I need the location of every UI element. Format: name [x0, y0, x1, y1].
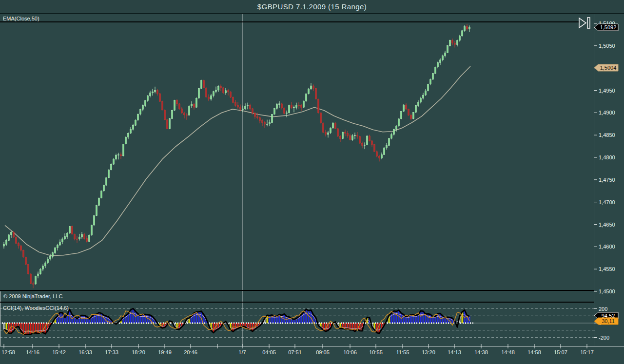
time-axis-label: 14:13: [448, 349, 461, 355]
time-axis-label: 04:05: [262, 349, 276, 355]
price-axis-label: 1,4500: [599, 288, 615, 294]
price-axis-label: 1,4800: [599, 154, 615, 160]
copyright-label: © 2009 NinjaTrader, LLC: [3, 293, 62, 299]
price-axis-label: 1,4650: [599, 222, 615, 228]
price-axis-label: 1,4750: [599, 177, 615, 183]
time-axis-label: 19:49: [158, 349, 172, 355]
chart-canvas[interactable]: 1,51001,50501,50001,49501,49001,48501,48…: [0, 0, 624, 364]
price-axis-label: 1,4850: [599, 132, 615, 138]
candlestick-series: [3, 24, 470, 288]
chart-title: $GBPUSD 7.1.2009 (15 Range): [0, 0, 624, 13]
time-axis-label: 07:51: [288, 349, 302, 355]
time-axis-label: 13:20: [422, 349, 435, 355]
time-axis-label: 11:55: [396, 349, 410, 355]
ema-value-badge: 1,5004: [594, 64, 618, 71]
time-axis-label: 15:42: [52, 349, 66, 355]
panel-dividers: [0, 22, 594, 302]
last-price-badge-text: 1,5092: [600, 24, 617, 30]
ema-line: [5, 66, 470, 256]
cci-axis-label: -200: [599, 335, 609, 341]
last-price-badge: 1,5092: [594, 24, 618, 31]
time-axis-label: 12:58: [1, 349, 15, 355]
price-axis-label: 1,4600: [599, 244, 615, 249]
ema-indicator-label: EMA(Close,50): [3, 16, 39, 21]
time-axis-label: 10:06: [343, 349, 357, 355]
ninjatrader-chart-window: { "title_bar": { "title": "$GBPUSD 7.1.2…: [0, 0, 624, 364]
time-axis-label: 14:48: [501, 349, 515, 355]
time-axis-label: 15:17: [580, 349, 594, 355]
price-axis-label: 1,5050: [599, 43, 615, 49]
cci-indicator-label: CCI(14), WoodiesCCI(14,6): [3, 305, 69, 311]
price-axis-label: 1,4900: [599, 110, 615, 115]
time-axis-label: 1/7: [238, 349, 246, 355]
time-axis[interactable]: 12:5814:1615:4216:3317:3318:2019:4920:46…: [0, 344, 624, 355]
time-axis-label: 16:33: [78, 349, 92, 355]
time-axis-label: 20:46: [184, 349, 197, 355]
cci-axis-label: 200: [599, 306, 607, 312]
time-axis-label: 14:16: [26, 349, 39, 355]
cci-turbo-value-badge: 30,11: [594, 318, 618, 325]
cci-line: [4, 308, 469, 335]
price-axis-label: 1,4550: [599, 266, 615, 272]
title-bar: $GBPUSD 7.1.2009 (15 Range): [0, 0, 624, 14]
time-axis-label: 18:20: [132, 349, 145, 355]
time-axis-label: 15:07: [554, 349, 567, 355]
time-axis-label: 17:33: [105, 349, 118, 355]
time-axis-label: 14:38: [474, 349, 488, 355]
price-axis-label: 1,4950: [599, 88, 615, 94]
ema-value-badge-text: 1,5004: [600, 65, 617, 71]
cci-turbo-value-badge-text: 30,11: [602, 318, 615, 324]
time-axis-label: 09:05: [316, 349, 330, 355]
replay-play-icon[interactable]: [579, 18, 590, 28]
time-axis-label: 10:55: [369, 349, 383, 355]
price-axis-label: 1,4700: [599, 199, 615, 205]
time-axis-label: 14:58: [527, 349, 541, 355]
price-axis[interactable]: 1,51001,50501,50001,49501,49001,48501,48…: [594, 14, 615, 346]
